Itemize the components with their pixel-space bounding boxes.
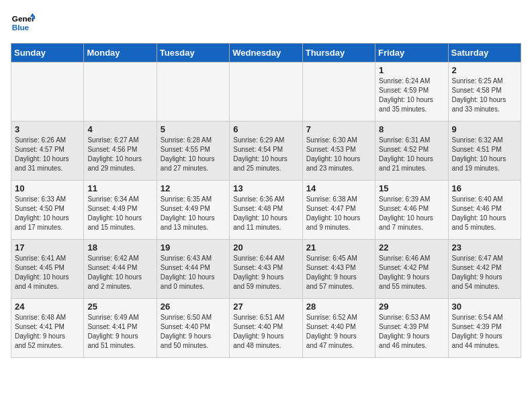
day-info: Sunrise: 6:53 AM Sunset: 4:39 PM Dayligh…	[379, 313, 444, 351]
calendar-day: 16Sunrise: 6:40 AM Sunset: 4:46 PM Dayli…	[448, 181, 521, 240]
day-number: 17	[15, 242, 80, 253]
day-info: Sunrise: 6:32 AM Sunset: 4:51 PM Dayligh…	[452, 136, 517, 173]
day-info: Sunrise: 6:40 AM Sunset: 4:46 PM Dayligh…	[452, 195, 517, 232]
day-number: 3	[15, 124, 80, 134]
calendar-day	[84, 62, 157, 122]
calendar-day	[230, 62, 302, 122]
calendar-day: 28Sunrise: 6:52 AM Sunset: 4:40 PM Dayli…	[302, 299, 375, 358]
day-info: Sunrise: 6:45 AM Sunset: 4:43 PM Dayligh…	[306, 254, 371, 291]
day-info: Sunrise: 6:30 AM Sunset: 4:53 PM Dayligh…	[306, 136, 371, 173]
day-number: 13	[233, 183, 298, 193]
day-info: Sunrise: 6:39 AM Sunset: 4:46 PM Dayligh…	[379, 195, 444, 232]
day-number: 5	[161, 124, 226, 134]
calendar-day: 25Sunrise: 6:49 AM Sunset: 4:41 PM Dayli…	[84, 299, 157, 358]
calendar-day: 3Sunrise: 6:26 AM Sunset: 4:57 PM Daylig…	[11, 122, 84, 181]
day-number: 7	[306, 124, 371, 134]
day-number: 16	[452, 183, 517, 193]
calendar-day	[157, 62, 229, 122]
calendar-day: 24Sunrise: 6:48 AM Sunset: 4:41 PM Dayli…	[11, 299, 84, 358]
day-info: Sunrise: 6:42 AM Sunset: 4:44 PM Dayligh…	[87, 254, 152, 291]
day-number: 19	[161, 242, 226, 253]
day-info: Sunrise: 6:28 AM Sunset: 4:55 PM Dayligh…	[161, 136, 226, 173]
calendar-day: 29Sunrise: 6:53 AM Sunset: 4:39 PM Dayli…	[375, 299, 448, 358]
calendar-day	[302, 62, 375, 122]
calendar-day: 6Sunrise: 6:29 AM Sunset: 4:54 PM Daylig…	[230, 122, 302, 181]
day-number: 24	[15, 302, 80, 312]
header-tuesday: Tuesday	[157, 44, 229, 62]
calendar-day: 30Sunrise: 6:54 AM Sunset: 4:39 PM Dayli…	[448, 299, 521, 358]
day-info: Sunrise: 6:49 AM Sunset: 4:41 PM Dayligh…	[87, 313, 152, 351]
day-info: Sunrise: 6:51 AM Sunset: 4:40 PM Dayligh…	[233, 313, 298, 351]
day-number: 30	[452, 302, 517, 312]
logo: General Blue	[11, 11, 35, 35]
day-info: Sunrise: 6:43 AM Sunset: 4:44 PM Dayligh…	[161, 254, 226, 291]
day-info: Sunrise: 6:25 AM Sunset: 4:58 PM Dayligh…	[452, 77, 517, 114]
header-sunday: Sunday	[11, 44, 84, 62]
calendar-day: 27Sunrise: 6:51 AM Sunset: 4:40 PM Dayli…	[230, 299, 302, 358]
calendar-week-2: 3Sunrise: 6:26 AM Sunset: 4:57 PM Daylig…	[11, 122, 521, 181]
calendar-day: 13Sunrise: 6:36 AM Sunset: 4:48 PM Dayli…	[230, 181, 302, 240]
day-number: 12	[161, 183, 226, 193]
day-number: 27	[233, 302, 298, 312]
calendar-day: 20Sunrise: 6:44 AM Sunset: 4:43 PM Dayli…	[230, 240, 302, 299]
svg-text:Blue: Blue	[12, 23, 30, 32]
day-info: Sunrise: 6:50 AM Sunset: 4:40 PM Dayligh…	[161, 313, 226, 351]
calendar-day: 26Sunrise: 6:50 AM Sunset: 4:40 PM Dayli…	[157, 299, 229, 358]
day-info: Sunrise: 6:48 AM Sunset: 4:41 PM Dayligh…	[15, 313, 80, 351]
day-number: 20	[233, 242, 298, 253]
calendar-day: 4Sunrise: 6:27 AM Sunset: 4:56 PM Daylig…	[84, 122, 157, 181]
header-thursday: Thursday	[302, 44, 375, 62]
day-info: Sunrise: 6:33 AM Sunset: 4:50 PM Dayligh…	[15, 195, 80, 232]
day-info: Sunrise: 6:29 AM Sunset: 4:54 PM Dayligh…	[233, 136, 298, 173]
day-info: Sunrise: 6:26 AM Sunset: 4:57 PM Dayligh…	[15, 136, 80, 173]
calendar-day: 5Sunrise: 6:28 AM Sunset: 4:55 PM Daylig…	[157, 122, 229, 181]
calendar-table: SundayMondayTuesdayWednesdayThursdayFrid…	[11, 43, 521, 358]
day-number: 26	[161, 302, 226, 312]
day-number: 25	[87, 302, 152, 312]
page-header: General Blue	[11, 11, 521, 35]
calendar-day	[11, 62, 84, 122]
calendar-day: 8Sunrise: 6:31 AM Sunset: 4:52 PM Daylig…	[375, 122, 448, 181]
calendar-day: 12Sunrise: 6:35 AM Sunset: 4:49 PM Dayli…	[157, 181, 229, 240]
day-number: 15	[379, 183, 444, 193]
day-info: Sunrise: 6:38 AM Sunset: 4:47 PM Dayligh…	[306, 195, 371, 232]
calendar-day: 18Sunrise: 6:42 AM Sunset: 4:44 PM Dayli…	[84, 240, 157, 299]
calendar-day: 23Sunrise: 6:47 AM Sunset: 4:42 PM Dayli…	[448, 240, 521, 299]
header-wednesday: Wednesday	[230, 44, 302, 62]
calendar-day: 19Sunrise: 6:43 AM Sunset: 4:44 PM Dayli…	[157, 240, 229, 299]
calendar-day: 9Sunrise: 6:32 AM Sunset: 4:51 PM Daylig…	[448, 122, 521, 181]
calendar-day: 14Sunrise: 6:38 AM Sunset: 4:47 PM Dayli…	[302, 181, 375, 240]
calendar-day: 2Sunrise: 6:25 AM Sunset: 4:58 PM Daylig…	[448, 62, 521, 122]
day-number: 4	[87, 124, 152, 134]
header-friday: Friday	[375, 44, 448, 62]
calendar-day: 1Sunrise: 6:24 AM Sunset: 4:59 PM Daylig…	[375, 62, 448, 122]
logo-icon: General Blue	[11, 11, 35, 35]
day-number: 29	[379, 302, 444, 312]
day-number: 6	[233, 124, 298, 134]
day-number: 2	[452, 65, 517, 75]
header-monday: Monday	[84, 44, 157, 62]
day-number: 1	[379, 65, 444, 75]
calendar-week-1: 1Sunrise: 6:24 AM Sunset: 4:59 PM Daylig…	[11, 62, 521, 122]
day-number: 21	[306, 242, 371, 253]
day-number: 10	[15, 183, 80, 193]
day-info: Sunrise: 6:34 AM Sunset: 4:49 PM Dayligh…	[87, 195, 152, 232]
day-number: 11	[87, 183, 152, 193]
day-info: Sunrise: 6:24 AM Sunset: 4:59 PM Dayligh…	[379, 77, 444, 114]
day-info: Sunrise: 6:41 AM Sunset: 4:45 PM Dayligh…	[15, 254, 80, 291]
calendar-day: 17Sunrise: 6:41 AM Sunset: 4:45 PM Dayli…	[11, 240, 84, 299]
header-saturday: Saturday	[448, 44, 521, 62]
calendar-header-row: SundayMondayTuesdayWednesdayThursdayFrid…	[11, 44, 521, 62]
calendar-day: 15Sunrise: 6:39 AM Sunset: 4:46 PM Dayli…	[375, 181, 448, 240]
day-number: 14	[306, 183, 371, 193]
day-info: Sunrise: 6:44 AM Sunset: 4:43 PM Dayligh…	[233, 254, 298, 291]
day-info: Sunrise: 6:27 AM Sunset: 4:56 PM Dayligh…	[87, 136, 152, 173]
calendar-day: 22Sunrise: 6:46 AM Sunset: 4:42 PM Dayli…	[375, 240, 448, 299]
calendar-week-3: 10Sunrise: 6:33 AM Sunset: 4:50 PM Dayli…	[11, 181, 521, 240]
day-number: 18	[87, 242, 152, 253]
day-number: 28	[306, 302, 371, 312]
day-number: 9	[452, 124, 517, 134]
day-number: 23	[452, 242, 517, 253]
day-info: Sunrise: 6:46 AM Sunset: 4:42 PM Dayligh…	[379, 254, 444, 291]
day-info: Sunrise: 6:35 AM Sunset: 4:49 PM Dayligh…	[161, 195, 226, 232]
